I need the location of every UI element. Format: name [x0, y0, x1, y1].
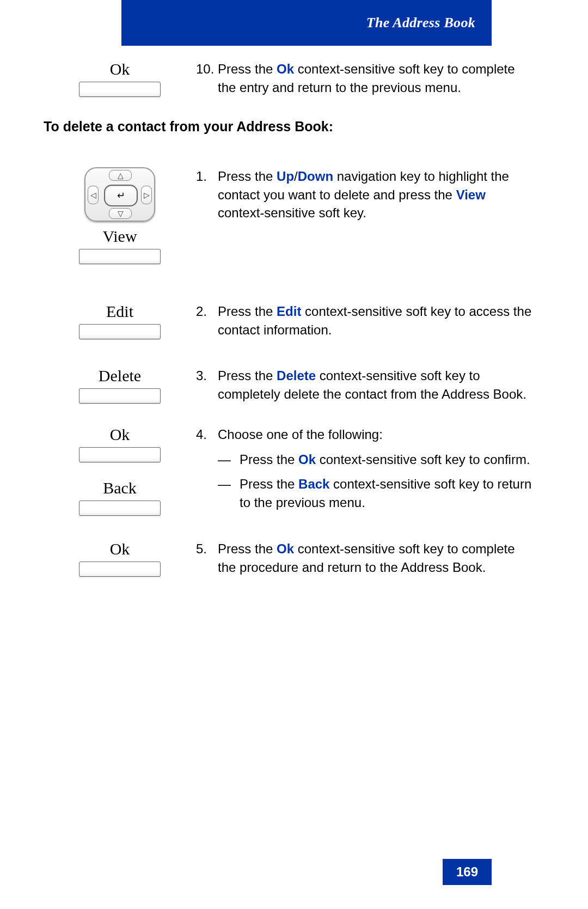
softkey-delete-group: Delete — [44, 367, 196, 404]
softkey-ok2-button[interactable] — [79, 447, 161, 462]
s4intro: Choose one of the following: — [218, 427, 383, 442]
step-2-number: 2. — [196, 302, 218, 339]
step-3-number: 3. — [196, 367, 218, 403]
step-1-row: △ ▽ ◁ ▷ ↵ View 1. Press the Up/Down navi… — [44, 167, 534, 264]
dpad-down-icon[interactable]: ▽ — [109, 208, 132, 219]
page-number-text: 169 — [456, 864, 478, 880]
step-4-options: — Press the Ok context-sensitive soft ke… — [218, 450, 534, 512]
s1p2: / — [294, 169, 298, 184]
softkey-delete-button[interactable] — [79, 388, 161, 404]
softkey-view-button[interactable] — [79, 249, 161, 264]
dpad-left-icon[interactable]: ◁ — [88, 186, 99, 204]
step-4-text: 4. Choose one of the following: — Press … — [196, 425, 534, 518]
back-emph: Back — [298, 477, 329, 491]
s1p4: context-sensitive soft key. — [218, 205, 366, 220]
edit-emph: Edit — [277, 304, 301, 319]
down-emph: Down — [298, 169, 333, 184]
header-band: The Address Book — [121, 0, 492, 46]
step-4-row: Ok Back 4. Choose one of the following: … — [44, 425, 534, 518]
step-2-text: 2. Press the Edit context-sensitive soft… — [196, 302, 534, 339]
s1p1: Press the — [218, 169, 277, 184]
view-emph: View — [456, 187, 486, 202]
header-title: The Address Book — [366, 15, 475, 31]
page-number: 169 — [443, 859, 492, 885]
section-heading: To delete a contact from your Address Bo… — [44, 119, 534, 135]
s4b1: Press the — [240, 477, 298, 491]
dpad-enter-icon[interactable]: ↵ — [104, 185, 138, 206]
softkey-view-label: View — [102, 227, 137, 246]
softkey-ok3-group: Ok — [44, 540, 196, 577]
s3p1: Press the — [218, 368, 277, 383]
step-1-text: 1. Press the Up/Down navigation key to h… — [196, 167, 534, 222]
softkey-edit-group: Edit — [44, 302, 196, 339]
step-2-row: Edit 2. Press the Edit context-sensitive… — [44, 302, 534, 339]
softkey-ok-group: Ok — [44, 60, 196, 97]
step-10-number: 10. — [196, 60, 218, 96]
step-5-row: Ok 5. Press the Ok context-sensitive sof… — [44, 540, 534, 577]
step-5-text: 5. Press the Ok context-sensitive soft k… — [196, 540, 534, 576]
s5p1: Press the — [218, 541, 277, 556]
dpad-up-icon[interactable]: △ — [109, 170, 132, 181]
softkey-edit-label: Edit — [106, 302, 133, 321]
step-3-text: 3. Press the Delete context-sensitive so… — [196, 367, 534, 403]
softkey-ok3-button[interactable] — [79, 562, 161, 577]
step-1-left: △ ▽ ◁ ▷ ↵ View — [44, 167, 196, 264]
ok-emph-2: Ok — [298, 452, 316, 467]
step-4-number: 4. — [196, 425, 218, 518]
ok-emph-3: Ok — [277, 541, 294, 556]
softkey-ok-label: Ok — [110, 60, 130, 78]
softkey-back-button[interactable] — [79, 501, 161, 516]
step-3-row: Delete 3. Press the Delete context-sensi… — [44, 367, 534, 404]
step-10-row: Ok 10. Press the Ok context-sensitive so… — [44, 60, 534, 97]
delete-emph: Delete — [277, 368, 316, 383]
softkey-delete-label: Delete — [99, 367, 141, 385]
dpad: △ ▽ ◁ ▷ ↵ — [84, 167, 155, 222]
step-10-pre: Press the — [218, 62, 277, 76]
step-10-text: 10. Press the Ok context-sensitive soft … — [196, 60, 534, 96]
step-1-number: 1. — [196, 167, 218, 222]
page: The Address Book 169 Ok 10. Press the Ok… — [0, 0, 588, 909]
softkey-ok3-label: Ok — [110, 540, 130, 558]
content: Ok 10. Press the Ok context-sensitive so… — [44, 60, 534, 593]
up-emph: Up — [277, 169, 294, 184]
s4a2: context-sensitive soft key to confirm. — [316, 452, 530, 467]
softkey-ok-button[interactable] — [79, 82, 161, 97]
step-4-left: Ok Back — [44, 425, 196, 516]
dash-1: — — [218, 450, 240, 469]
step-5-number: 5. — [196, 540, 218, 576]
ok-emph: Ok — [277, 62, 294, 76]
s2p1: Press the — [218, 304, 277, 319]
softkey-back-label: Back — [103, 479, 137, 497]
dash-2: — — [218, 475, 240, 511]
softkey-ok2-label: Ok — [110, 425, 130, 444]
dpad-right-icon[interactable]: ▷ — [141, 186, 152, 204]
s4a1: Press the — [240, 452, 298, 467]
softkey-edit-button[interactable] — [79, 324, 161, 339]
